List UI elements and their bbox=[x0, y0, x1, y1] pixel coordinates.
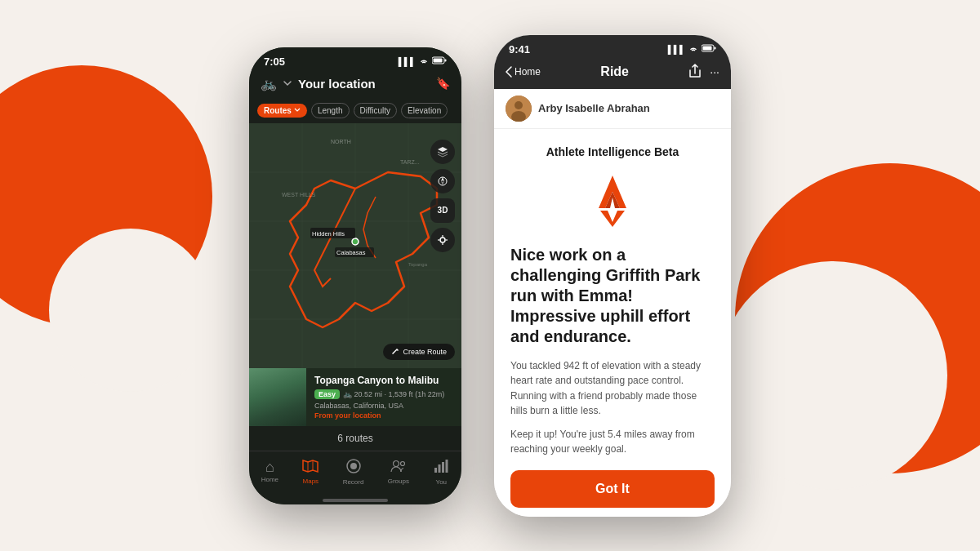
3d-button[interactable]: 3D bbox=[430, 198, 455, 223]
svg-point-23 bbox=[440, 238, 445, 242]
length-filter[interactable]: Length bbox=[311, 103, 350, 118]
right-status-bar: 9:41 ▌▌▌ bbox=[494, 35, 731, 59]
modal-headline: Nice work on a challenging Griffith Park… bbox=[510, 245, 715, 347]
routes-filter[interactable]: Routes bbox=[257, 104, 307, 118]
header-left: 🚲 Your location bbox=[261, 76, 376, 91]
route-title: Topanga Canyon to Malibu bbox=[314, 375, 453, 386]
athlete-avatar bbox=[506, 96, 532, 122]
home-label: Home bbox=[261, 476, 278, 483]
svg-text:Hidden Hills: Hidden Hills bbox=[312, 230, 345, 238]
dropdown-icon bbox=[282, 78, 293, 89]
ride-title: Ride bbox=[600, 64, 629, 79]
left-status-icons: ▌▌▌ bbox=[399, 56, 447, 66]
got-it-button[interactable]: Got It bbox=[510, 470, 715, 508]
svg-text:TARZ...: TARZ... bbox=[400, 159, 420, 165]
nav-maps[interactable]: Maps bbox=[302, 459, 318, 485]
svg-rect-36 bbox=[439, 464, 441, 473]
svg-text:Calabasas: Calabasas bbox=[336, 249, 366, 256]
avatar-svg bbox=[506, 96, 532, 122]
bottom-nav: ⌂ Home Maps Record Groups bbox=[249, 451, 461, 495]
filter-bar: Routes Length Difficulty Elevation bbox=[249, 98, 461, 123]
routes-dropdown-icon bbox=[294, 107, 301, 113]
left-phone: 7:05 ▌▌▌ 🚲 Your location 🔖 bbox=[249, 47, 461, 504]
groups-icon bbox=[390, 459, 408, 476]
elevation-filter[interactable]: Elevation bbox=[401, 103, 448, 118]
ride-actions: ··· bbox=[688, 64, 719, 81]
svg-rect-40 bbox=[703, 47, 712, 51]
bike-small-icon: 🚲 bbox=[343, 390, 352, 398]
map-svg: NORTH WEST HILLS TARZ... Topanga Hidden … bbox=[249, 123, 461, 368]
you-icon bbox=[433, 458, 449, 477]
route-distance: 20.52 mi bbox=[354, 390, 383, 398]
route-info: Topanga Canyon to Malibu Easy 🚲 20.52 mi… bbox=[306, 368, 461, 426]
left-home-indicator bbox=[249, 495, 461, 504]
more-icon[interactable]: ··· bbox=[710, 65, 719, 78]
svg-rect-37 bbox=[442, 462, 444, 473]
create-route-label: Create Route bbox=[403, 348, 447, 356]
nav-groups[interactable]: Groups bbox=[388, 459, 409, 485]
record-label: Record bbox=[343, 478, 364, 486]
svg-point-15 bbox=[352, 238, 359, 245]
you-label: You bbox=[436, 478, 448, 486]
route-location: Calabasas, California, USA bbox=[314, 402, 453, 410]
svg-text:Topanga: Topanga bbox=[408, 262, 428, 267]
back-button[interactable]: Home bbox=[506, 66, 541, 78]
svg-text:NORTH: NORTH bbox=[331, 139, 351, 144]
route-thumbnail-img bbox=[249, 368, 306, 426]
content-wrapper: 7:05 ▌▌▌ 🚲 Your location 🔖 bbox=[0, 0, 980, 551]
create-route-button[interactable]: Create Route bbox=[383, 344, 455, 360]
maps-icon bbox=[302, 459, 318, 476]
left-header-title: Your location bbox=[298, 77, 376, 91]
route-elevation: 1,539 ft bbox=[389, 390, 413, 398]
route-card[interactable]: Topanga Canyon to Malibu Easy 🚲 20.52 mi… bbox=[249, 368, 461, 426]
right-signal-icon: ▌▌▌ bbox=[668, 45, 685, 54]
pencil-icon bbox=[391, 348, 399, 356]
svg-marker-28 bbox=[303, 460, 318, 472]
map-controls: 3D bbox=[430, 140, 455, 252]
route-meta: Easy 🚲 20.52 mi · 1,539 ft (1h 22m) bbox=[314, 389, 453, 399]
difficulty-filter[interactable]: Difficulty bbox=[354, 103, 398, 118]
nav-home[interactable]: ⌂ Home bbox=[261, 460, 278, 483]
svg-point-34 bbox=[400, 461, 404, 465]
strava-logo bbox=[584, 171, 641, 229]
strava-logo-container bbox=[510, 171, 715, 229]
route-from: From your location bbox=[314, 411, 453, 420]
map-area[interactable]: NORTH WEST HILLS TARZ... Topanga Hidden … bbox=[249, 123, 461, 368]
right-wifi-icon bbox=[688, 44, 698, 54]
nav-record[interactable]: Record bbox=[343, 458, 364, 486]
right-status-icons: ▌▌▌ bbox=[668, 44, 716, 54]
layers-button[interactable] bbox=[430, 140, 455, 164]
difficulty-badge: Easy bbox=[314, 389, 340, 399]
route-duration: 1h 22m bbox=[417, 390, 442, 398]
locate-button[interactable] bbox=[430, 228, 455, 252]
ride-header: Home Ride ··· bbox=[494, 59, 731, 89]
route-thumbnail bbox=[249, 368, 306, 426]
bike-icon: 🚲 bbox=[261, 76, 277, 91]
wifi-icon bbox=[419, 56, 429, 66]
svg-text:WEST HILLS: WEST HILLS bbox=[282, 192, 316, 198]
athlete-name: Arby Isabelle Abrahan bbox=[538, 102, 650, 114]
left-status-bar: 7:05 ▌▌▌ bbox=[249, 47, 461, 71]
svg-point-33 bbox=[393, 460, 399, 466]
home-bar-left bbox=[323, 499, 388, 502]
back-chevron-icon bbox=[506, 66, 512, 78]
bookmark-icon[interactable]: 🔖 bbox=[436, 77, 450, 90]
routes-count-bar: 6 routes bbox=[249, 426, 461, 451]
routes-filter-label: Routes bbox=[264, 106, 292, 115]
share-icon[interactable] bbox=[688, 64, 702, 81]
groups-label: Groups bbox=[388, 478, 409, 485]
svg-rect-35 bbox=[434, 468, 437, 473]
right-battery-icon bbox=[702, 44, 716, 54]
compass-button[interactable] bbox=[430, 169, 455, 193]
routes-count: 6 routes bbox=[337, 433, 372, 444]
svg-marker-21 bbox=[441, 177, 444, 181]
left-phone-header: 🚲 Your location 🔖 bbox=[249, 71, 461, 98]
svg-point-32 bbox=[350, 463, 357, 469]
svg-rect-2 bbox=[445, 60, 447, 62]
record-icon bbox=[345, 458, 362, 477]
svg-rect-38 bbox=[446, 460, 448, 473]
share-feedback-button[interactable]: Share feedback bbox=[510, 508, 715, 516]
svg-rect-41 bbox=[715, 47, 716, 50]
nav-you[interactable]: You bbox=[433, 458, 449, 486]
svg-rect-1 bbox=[434, 59, 443, 63]
